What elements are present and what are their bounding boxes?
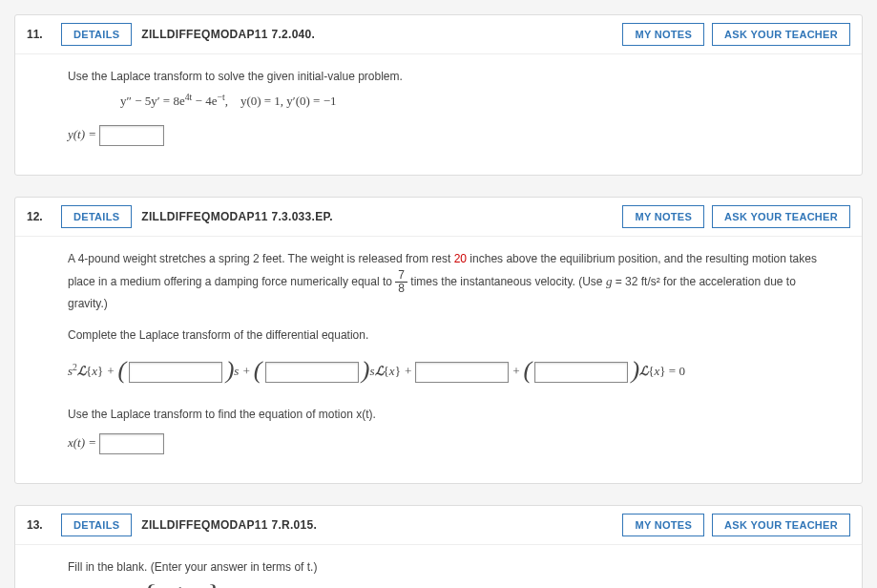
- my-notes-button[interactable]: MY NOTES: [622, 514, 704, 536]
- details-button[interactable]: DETAILS: [61, 205, 132, 228]
- question-header: 12. DETAILS ZILLDIFFEQMODAP11 7.3.033.EP…: [15, 198, 862, 236]
- question-body: Fill in the blank. (Enter your answer in…: [15, 544, 862, 588]
- prompt-3: Use the Laplace transform to find the eq…: [68, 406, 824, 424]
- prompt-text: Fill in the blank. (Enter your answer in…: [68, 558, 824, 577]
- header-left: 11. DETAILS ZILLDIFFEQMODAP11 7.2.040.: [27, 23, 315, 46]
- details-button[interactable]: DETAILS: [61, 23, 132, 46]
- header-left: 13. DETAILS ZILLDIFFEQMODAP11 7.R.015.: [27, 514, 317, 536]
- header-left: 12. DETAILS ZILLDIFFEQMODAP11 7.3.033.EP…: [27, 205, 333, 228]
- my-notes-button[interactable]: MY NOTES: [622, 205, 704, 228]
- blank-2-input[interactable]: [265, 362, 359, 383]
- prompt-text: Use the Laplace transform to solve the g…: [68, 68, 824, 86]
- answer-input-x[interactable]: [99, 433, 164, 454]
- question-number: 12.: [27, 210, 52, 223]
- header-right: MY NOTES ASK YOUR TEACHER: [622, 205, 850, 228]
- header-right: MY NOTES ASK YOUR TEACHER: [622, 514, 850, 536]
- source-id: ZILLDIFFEQMODAP11 7.3.033.EP.: [141, 210, 333, 223]
- question-body: Use the Laplace transform to solve the g…: [15, 53, 862, 175]
- answer-row: y(t) =: [68, 125, 824, 146]
- blank-1-input[interactable]: [129, 362, 222, 383]
- blank-4-input[interactable]: [534, 362, 628, 383]
- ask-teacher-button[interactable]: ASK YOUR TEACHER: [712, 514, 850, 536]
- highlighted-value: 20: [454, 252, 467, 265]
- question-13: 13. DETAILS ZILLDIFFEQMODAP11 7.R.015. M…: [14, 505, 863, 588]
- header-right: MY NOTES ASK YOUR TEACHER: [622, 23, 850, 46]
- question-number: 11.: [27, 28, 52, 41]
- answer-label: x(t) =: [68, 435, 96, 450]
- problem-text: A 4-pound weight stretches a spring 2 fe…: [68, 250, 824, 313]
- ask-teacher-button[interactable]: ASK YOUR TEACHER: [712, 23, 850, 46]
- question-11: 11. DETAILS ZILLDIFFEQMODAP11 7.2.040. M…: [14, 14, 863, 176]
- question-header: 11. DETAILS ZILLDIFFEQMODAP11 7.2.040. M…: [15, 15, 862, 53]
- question-header: 13. DETAILS ZILLDIFFEQMODAP11 7.R.015. M…: [15, 506, 862, 544]
- source-id: ZILLDIFFEQMODAP11 7.R.015.: [141, 518, 317, 532]
- answer-input-y[interactable]: [99, 125, 164, 146]
- details-button[interactable]: DETAILS: [61, 514, 132, 536]
- my-notes-button[interactable]: MY NOTES: [622, 23, 704, 46]
- blank-3-input[interactable]: [415, 362, 509, 383]
- question-12: 12. DETAILS ZILLDIFFEQMODAP11 7.3.033.EP…: [14, 197, 863, 484]
- prompt-2: Complete the Laplace transform of the di…: [68, 326, 824, 345]
- ask-teacher-button[interactable]: ASK YOUR TEACHER: [712, 205, 850, 228]
- inverse-laplace-row: ℒ−1 { 1 (s − 7)6 } =: [120, 584, 824, 588]
- laplace-equation-row: s2ℒ{x} + ( )s + ( )sℒ{x} + + ( )ℒ{x} = 0: [68, 352, 824, 392]
- answer-row: x(t) =: [68, 433, 824, 454]
- equation-display: y″ − 5y′ = 8e4t − 4e−t, y(0) = 1, y′(0) …: [120, 90, 824, 112]
- question-body: A 4-pound weight stretches a spring 2 fe…: [15, 236, 862, 483]
- source-id: ZILLDIFFEQMODAP11 7.2.040.: [141, 28, 315, 41]
- answer-label: y(t) =: [68, 127, 96, 141]
- question-number: 13.: [27, 518, 52, 532]
